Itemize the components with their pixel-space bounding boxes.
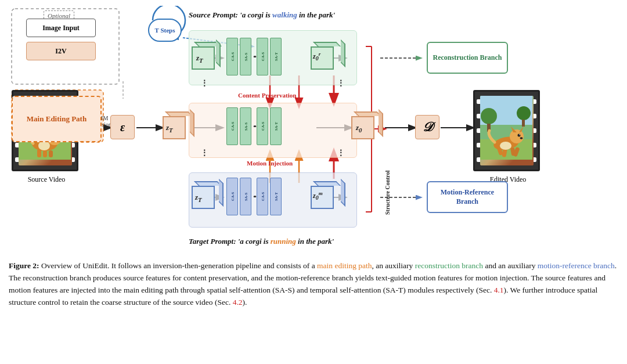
target-prompt: Target Prompt: 'a corgi is running in th…: [189, 237, 334, 246]
svg-point-44: [38, 141, 50, 150]
reconstruction-branch-box: Reconstruction Branch: [427, 42, 508, 74]
sec42-ref: 4.2: [233, 298, 243, 307]
image-input-box: Image Input: [26, 19, 96, 37]
svg-rect-43: [49, 150, 53, 157]
svg-point-56: [517, 134, 520, 137]
tsteps-box: T Steps: [148, 19, 182, 42]
figure-label: Figure 2:: [9, 261, 39, 270]
caption-text1: Overview of UniEdit. It follows an inver…: [39, 261, 317, 270]
diagram: Optional Image Input I2V: [9, 6, 618, 255]
svg-point-48: [481, 108, 497, 124]
zt-main-cube: zT: [163, 111, 194, 142]
motion-reference-branch-ref: motion-reference branch: [538, 261, 615, 270]
main-editing-path-box: Main Editing Path: [12, 96, 102, 142]
sec41-ref: 4.1: [494, 286, 504, 294]
caption-text2: , an auxiliary: [372, 261, 415, 270]
svg-rect-51: [522, 120, 525, 127]
content-preservation-label: Content Preservation: [238, 92, 296, 99]
target-prompt-highlight: running: [271, 237, 296, 246]
source-video-label: Source Video: [15, 175, 78, 184]
source-prompt: Source Prompt: 'a corgi is walking in th…: [189, 10, 335, 20]
encoder-box: ε: [110, 115, 135, 139]
structure-control-label: Structure Control: [384, 75, 391, 215]
z0m-cube: z0m: [311, 181, 345, 211]
svg-point-50: [517, 106, 531, 120]
svg-point-57: [519, 134, 520, 135]
svg-point-63: [500, 142, 511, 150]
motion-injection-label: Motion Injection: [247, 160, 293, 167]
dots-bottom-left: ⋮: [200, 148, 207, 158]
transformer-top: CA-S SA-S ··· CA-S SA-T: [226, 38, 282, 75]
z0-main-cube: z0: [351, 111, 383, 142]
z0r-cube: z0r: [311, 42, 345, 71]
source-prompt-highlight: walking: [272, 10, 297, 19]
figure-caption: Figure 2: Overview of UniEdit. It follow…: [9, 260, 618, 309]
transformer-bottom: CA-S SA-S ··· CA-S SA-T: [226, 178, 282, 215]
decoder-box: 𝒟: [415, 115, 439, 139]
dots-top-left: ⋮: [200, 78, 207, 88]
dots-top-right: ⋮: [337, 78, 344, 88]
caption-text6: ).: [243, 298, 247, 307]
svg-rect-41: [37, 149, 41, 157]
edited-video-filmstrip: [473, 90, 540, 171]
zt-bottom-cube: zT: [192, 181, 224, 211]
reconstruction-branch-ref: reconstruction branch: [415, 261, 483, 270]
svg-point-58: [520, 137, 522, 139]
transformer-main: CA-S SA-S ··· CA-S SA-T: [226, 107, 282, 145]
motion-reference-branch-box: Motion-Reference Branch: [427, 181, 508, 213]
i2v-box: I2V: [26, 42, 96, 60]
caption-text3: and an auxiliary: [483, 261, 538, 270]
zt-top-cube: zT: [192, 42, 221, 71]
svg-point-53: [510, 129, 524, 143]
svg-rect-42: [43, 150, 47, 157]
dots-bottom-right: ⋮: [337, 148, 344, 158]
main-editing-path-ref: main editing path: [317, 261, 372, 270]
